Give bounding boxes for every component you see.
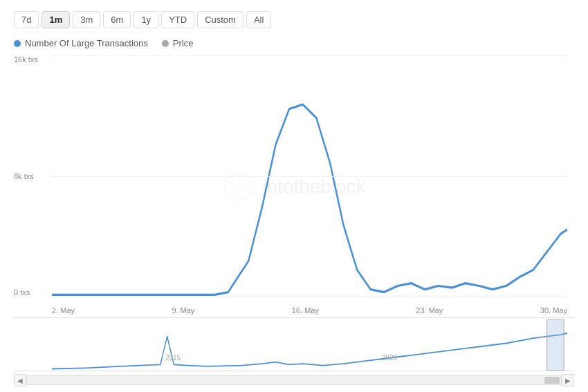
y-axis-labels: 16k txs 8k txs 0 txs bbox=[14, 55, 52, 297]
scrollbar-track[interactable] bbox=[26, 375, 562, 385]
x-label: 16. May bbox=[292, 306, 319, 315]
legend-label: Number Of Large Transactions bbox=[25, 38, 148, 48]
legend-dot-gray bbox=[162, 40, 169, 47]
x-label: 30. May bbox=[540, 306, 567, 315]
legend-item-price: Price bbox=[162, 38, 194, 48]
chart-legend: Number Of Large TransactionsPrice bbox=[14, 38, 574, 48]
chart-area: 16k txs 8k txs 0 txs 2. May9. May16. bbox=[14, 55, 574, 386]
legend-item-number-of-large-transactions: Number Of Large Transactions bbox=[14, 38, 148, 48]
time-btn-7d[interactable]: 7d bbox=[14, 11, 39, 28]
chart-svg-container bbox=[52, 55, 567, 297]
main-chart: 16k txs 8k txs 0 txs 2. May9. May16. bbox=[14, 55, 574, 318]
mini-line-svg bbox=[52, 319, 567, 371]
scroll-right-button[interactable]: ▶ bbox=[562, 374, 574, 386]
scrollbar-thumb[interactable] bbox=[544, 377, 560, 384]
mini-chart-svg-container bbox=[52, 319, 567, 371]
y-label-top: 16k txs bbox=[14, 55, 52, 64]
scroll-left-button[interactable]: ◀ bbox=[14, 374, 26, 386]
legend-label: Price bbox=[173, 38, 194, 48]
x-label: 9. May bbox=[172, 306, 194, 315]
time-btn-3m[interactable]: 3m bbox=[73, 11, 100, 28]
scrollbar: ◀ ▶ bbox=[14, 374, 574, 386]
y-label-mid: 8k txs bbox=[14, 172, 52, 180]
y-label-bottom: 0 txs bbox=[14, 288, 52, 297]
time-btn-1m[interactable]: 1m bbox=[42, 11, 70, 28]
x-label: 2. May bbox=[52, 306, 75, 315]
main-container: 7d1m3m6m1yYTDCustomAll Number Of Large T… bbox=[0, 0, 588, 392]
time-btn-1y[interactable]: 1y bbox=[134, 11, 158, 28]
time-btn-all[interactable]: All bbox=[246, 11, 271, 28]
time-btn-ytd[interactable]: YTD bbox=[161, 11, 194, 28]
mini-chart: 20152020 bbox=[14, 319, 574, 371]
svg-rect-4 bbox=[547, 319, 564, 371]
legend-dot-blue bbox=[14, 40, 21, 47]
x-label: 23. May bbox=[416, 306, 443, 315]
time-range-toolbar: 7d1m3m6m1yYTDCustomAll bbox=[14, 11, 574, 28]
x-axis-labels: 2. May9. May16. May23. May30. May bbox=[52, 297, 567, 317]
time-btn-custom[interactable]: Custom bbox=[197, 11, 244, 28]
time-btn-6m[interactable]: 6m bbox=[103, 11, 131, 28]
